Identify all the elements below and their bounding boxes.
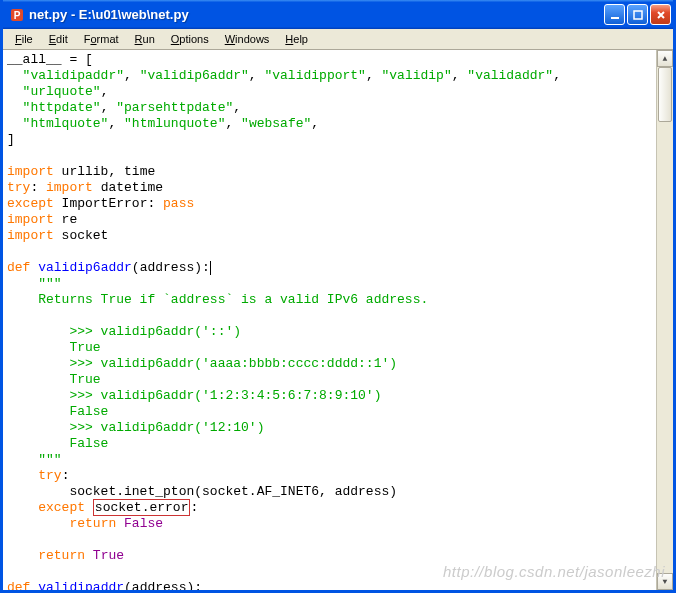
menubar: File Edit Format Run Options Windows Hel… (3, 29, 673, 50)
menu-options[interactable]: Options (163, 31, 217, 47)
titlebar[interactable]: P net.py - E:\u01\web\net.py (3, 0, 673, 29)
editor-window: P net.py - E:\u01\web\net.py File Edit F… (0, 0, 676, 593)
scroll-up-button[interactable]: ▲ (657, 50, 673, 67)
editor-area: __all__ = [ "validipaddr", "validip6addr… (3, 50, 673, 590)
code-line[interactable]: def validip6addr(address): (7, 260, 652, 276)
code-editor[interactable]: __all__ = [ "validipaddr", "validip6addr… (3, 50, 656, 590)
maximize-button[interactable] (627, 4, 648, 25)
menu-help[interactable]: Help (277, 31, 316, 47)
menu-edit[interactable]: Edit (41, 31, 76, 47)
code-line[interactable]: >>> validip6addr('1:2:3:4:5:6:7:8:9:10') (7, 388, 652, 404)
code-line[interactable]: "htmlquote", "htmlunquote", "websafe", (7, 116, 652, 132)
code-line[interactable]: try: import datetime (7, 180, 652, 196)
code-line[interactable]: Returns True if `address` is a valid IPv… (7, 292, 652, 308)
close-button[interactable] (650, 4, 671, 25)
window-title: net.py - E:\u01\web\net.py (29, 7, 604, 22)
code-line[interactable]: """ (7, 452, 652, 468)
code-line[interactable]: ] (7, 132, 652, 148)
minimize-button[interactable] (604, 4, 625, 25)
code-line[interactable]: return True (7, 548, 652, 564)
scroll-down-button[interactable]: ▼ (657, 573, 673, 590)
python-icon: P (9, 7, 25, 23)
code-line[interactable] (7, 532, 652, 548)
code-line[interactable]: True (7, 340, 652, 356)
svg-text:P: P (14, 10, 21, 21)
code-line[interactable]: import re (7, 212, 652, 228)
menu-file[interactable]: File (7, 31, 41, 47)
code-line[interactable] (7, 244, 652, 260)
scroll-thumb[interactable] (658, 67, 672, 122)
code-line[interactable]: False (7, 436, 652, 452)
code-line[interactable]: False (7, 404, 652, 420)
code-line[interactable]: "validipaddr", "validip6addr", "validipp… (7, 68, 652, 84)
scroll-track[interactable] (657, 67, 673, 573)
code-line[interactable]: True (7, 372, 652, 388)
svg-rect-2 (611, 17, 619, 19)
code-line[interactable]: try: (7, 468, 652, 484)
code-line[interactable]: def validipaddr(address): (7, 580, 652, 590)
menu-windows[interactable]: Windows (217, 31, 278, 47)
code-line[interactable]: """ (7, 276, 652, 292)
vertical-scrollbar[interactable]: ▲ ▼ (656, 50, 673, 590)
code-line[interactable]: except ImportError: pass (7, 196, 652, 212)
code-line[interactable]: return False (7, 516, 652, 532)
code-line[interactable]: >>> validip6addr('aaaa:bbbb:cccc:dddd::1… (7, 356, 652, 372)
code-line[interactable]: >>> validip6addr('::') (7, 324, 652, 340)
highlighted-token: socket.error (93, 499, 191, 516)
code-line[interactable] (7, 308, 652, 324)
code-line[interactable]: __all__ = [ (7, 52, 652, 68)
code-line[interactable]: import socket (7, 228, 652, 244)
code-line[interactable] (7, 148, 652, 164)
svg-rect-3 (634, 11, 642, 19)
code-line[interactable]: "urlquote", (7, 84, 652, 100)
code-line[interactable] (7, 564, 652, 580)
menu-format[interactable]: Format (76, 31, 127, 47)
code-line[interactable]: "httpdate", "parsehttpdate", (7, 100, 652, 116)
code-line[interactable]: import urllib, time (7, 164, 652, 180)
code-line[interactable]: >>> validip6addr('12:10') (7, 420, 652, 436)
menu-run[interactable]: Run (127, 31, 163, 47)
text-cursor (210, 261, 211, 275)
code-line[interactable]: socket.inet_pton(socket.AF_INET6, addres… (7, 484, 652, 500)
code-line[interactable]: except socket.error: (7, 500, 652, 516)
window-controls (604, 4, 671, 25)
